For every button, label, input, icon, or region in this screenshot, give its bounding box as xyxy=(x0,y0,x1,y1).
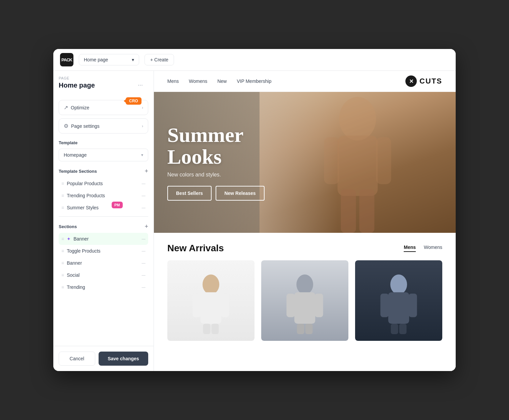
section-item-toggle-products[interactable]: ≡ Toggle Products ··· xyxy=(59,245,148,257)
item-menu-button[interactable]: ··· xyxy=(142,272,146,278)
svg-rect-3 xyxy=(376,137,391,184)
svg-rect-14 xyxy=(286,294,295,317)
hero-content: Summer Looks New colors and styles. Best… xyxy=(167,124,265,201)
product-card-1[interactable] xyxy=(261,260,348,341)
hero-model-figure xyxy=(260,92,456,233)
product-image-navy xyxy=(355,260,442,341)
banner-sparkle-icon: ✦ xyxy=(67,236,71,242)
arrivals-section: New Arrivals Mens Womens xyxy=(154,233,456,371)
svg-point-18 xyxy=(390,274,407,294)
item-menu-button[interactable]: ··· xyxy=(142,205,146,210)
drag-handle-icon: ≡ xyxy=(61,236,64,242)
item-menu-button[interactable]: ··· xyxy=(142,260,146,266)
section-item-social[interactable]: ≡ Social ··· xyxy=(59,269,148,281)
brand-name: CUTS xyxy=(419,77,442,86)
optimize-icon: ↗ xyxy=(64,104,68,111)
drag-handle-icon: ≡ xyxy=(61,260,64,266)
section-label: Social xyxy=(67,272,79,278)
template-value: Homepage xyxy=(64,152,87,158)
product-card-2[interactable] xyxy=(355,260,442,341)
best-sellers-button[interactable]: Best Sellers xyxy=(167,186,212,201)
nav-link-mens[interactable]: Mens xyxy=(167,78,179,84)
svg-rect-17 xyxy=(305,324,313,334)
svg-rect-1 xyxy=(338,136,378,196)
svg-rect-9 xyxy=(221,294,229,317)
brand-x-icon: ✕ xyxy=(409,78,413,85)
drag-handle-icon: ≡ xyxy=(61,272,64,278)
hero-buttons: Best Sellers New Releases xyxy=(167,186,265,201)
page-selector-label: Home page xyxy=(84,57,108,62)
item-menu-button[interactable]: ··· xyxy=(142,236,146,242)
product-image-gray xyxy=(261,260,348,341)
template-select[interactable]: Homepage ▾ xyxy=(59,149,148,161)
hero-model-image xyxy=(260,92,456,233)
page-settings-label: Page settings xyxy=(71,123,100,129)
products-grid xyxy=(167,260,442,341)
preview-area: Mens Womens New VIP Membership ✕ CUTS xyxy=(154,71,456,371)
template-section-item-popular-products[interactable]: ≡ Popular Products ··· xyxy=(59,177,148,190)
template-sections-title: Template Sections xyxy=(59,169,97,174)
page-selector-dropdown[interactable]: Home page ▾ xyxy=(79,54,139,65)
template-section-label: Popular Products xyxy=(67,181,103,186)
svg-rect-8 xyxy=(192,294,201,317)
app-container: PACK Home page ▾ + Create Page Home page… xyxy=(53,49,456,371)
brand-circle: ✕ xyxy=(405,75,417,87)
page-menu-button[interactable]: ··· xyxy=(138,82,143,89)
sections-add-button[interactable]: + xyxy=(145,223,148,229)
hero-subtitle: New colors and styles. xyxy=(167,172,265,178)
svg-rect-5 xyxy=(359,189,375,233)
sections-header: Sections + xyxy=(59,223,148,229)
cancel-button[interactable]: Cancel xyxy=(59,352,95,366)
arrivals-tab-womens[interactable]: Womens xyxy=(424,245,442,252)
trending-products-row: ≡ Trending Products ··· PM xyxy=(59,190,148,202)
cro-tooltip: CRO xyxy=(126,97,142,105)
sidebar-footer: Cancel Save changes xyxy=(53,346,154,371)
template-sections-add-button[interactable]: + xyxy=(145,168,148,174)
svg-point-12 xyxy=(296,274,313,294)
nav-link-new[interactable]: New xyxy=(217,78,227,84)
template-sections-header: Template Sections + xyxy=(59,168,148,174)
page-settings-button[interactable]: ⚙ Page settings › xyxy=(59,118,148,134)
top-bar: PACK Home page ▾ + Create xyxy=(53,49,456,71)
svg-rect-10 xyxy=(203,324,211,334)
svg-rect-15 xyxy=(315,294,323,317)
main-layout: Page Home page ··· ↗ Optimize › CRO xyxy=(53,71,456,371)
item-menu-button[interactable]: ··· xyxy=(142,193,146,198)
arrivals-tab-mens[interactable]: Mens xyxy=(404,245,416,252)
sidebar: Page Home page ··· ↗ Optimize › CRO xyxy=(53,71,154,371)
template-section-header: Template xyxy=(59,140,148,145)
template-section-item-summer-styles[interactable]: ≡ Summer Styles ··· xyxy=(59,202,148,214)
arrivals-header: New Arrivals Mens Womens xyxy=(167,243,442,254)
new-releases-button[interactable]: New Releases xyxy=(216,186,264,201)
template-section-item-trending-products[interactable]: ≡ Trending Products ··· xyxy=(59,190,148,202)
product-card-0[interactable] xyxy=(167,260,255,341)
svg-rect-4 xyxy=(341,189,356,233)
template-section-label: Summer Styles xyxy=(67,205,99,210)
arrivals-title: New Arrivals xyxy=(167,243,224,254)
svg-rect-22 xyxy=(391,324,398,334)
section-label: Banner xyxy=(67,260,82,266)
section-item-trending[interactable]: ≡ Trending ··· xyxy=(59,281,148,293)
item-menu-button[interactable]: ··· xyxy=(142,248,146,254)
create-button[interactable]: + Create xyxy=(145,54,174,65)
section-label: Banner xyxy=(73,236,89,242)
page-title: Home page xyxy=(59,82,95,89)
section-item-banner-2[interactable]: ≡ Banner ··· xyxy=(59,257,148,269)
svg-rect-7 xyxy=(201,292,221,324)
save-changes-button[interactable]: Save changes xyxy=(99,352,148,366)
item-menu-button[interactable]: ··· xyxy=(142,181,146,186)
item-menu-button[interactable]: ··· xyxy=(142,284,146,290)
section-label: Toggle Products xyxy=(67,248,100,254)
nav-link-womens[interactable]: Womens xyxy=(189,78,207,84)
nav-link-vip[interactable]: VIP Membership xyxy=(237,78,271,84)
section-item-banner[interactable]: ≡ ✦ Banner ··· xyxy=(59,233,148,245)
template-chevron-icon: ▾ xyxy=(141,153,143,157)
hero-title: Summer Looks xyxy=(167,124,265,168)
svg-rect-23 xyxy=(399,324,407,334)
gear-icon: ⚙ xyxy=(64,123,68,129)
banner-row: ≡ ✦ Banner ··· Copywriter xyxy=(59,233,148,245)
drag-handle-icon: ≡ xyxy=(61,181,64,186)
sections-title: Sections xyxy=(59,224,77,229)
drag-handle-icon: ≡ xyxy=(61,248,64,254)
nav-links: Mens Womens New VIP Membership xyxy=(167,78,271,84)
